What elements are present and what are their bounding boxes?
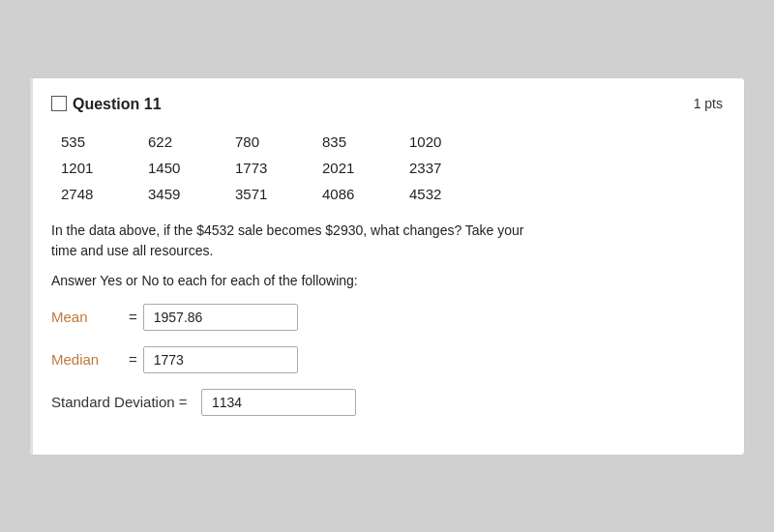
data-cell: 535 [61,131,148,153]
median-row: Median = [51,346,723,373]
checkbox-icon[interactable] [51,96,67,111]
data-cell: 3571 [235,183,322,205]
answer-prompt: Answer Yes or No to each for each of the… [51,273,723,288]
std-row: Standard Deviation = [51,389,723,416]
left-divider [30,78,33,455]
std-input[interactable] [201,389,356,416]
card-header: Question 11 1 pts [51,96,723,113]
data-cell: 2021 [322,157,409,179]
data-cell: 1773 [235,157,322,179]
median-input[interactable] [143,346,298,373]
data-cell: 2337 [409,157,496,179]
data-cell: 1020 [409,131,496,153]
question-card: Question 11 1 pts 535 622 780 835 1020 1… [29,77,745,456]
data-cell: 780 [235,131,322,153]
data-grid: 535 622 780 835 1020 1201 1450 1773 2021… [61,131,723,205]
question-title: Question 11 [73,96,162,113]
description-text: In the data above, if the $4532 sale bec… [51,221,723,261]
data-cell: 2748 [61,183,148,205]
data-cell: 1201 [61,157,148,179]
data-cell: 4086 [322,183,409,205]
mean-row: Mean = [51,304,723,331]
median-label: Median [51,351,129,368]
median-equals: = [129,351,137,368]
data-cell: 835 [322,131,409,153]
mean-equals: = [129,309,137,325]
data-cell: 4532 [409,183,496,205]
data-cell: 1450 [148,157,235,179]
std-label: Standard Deviation = [51,394,201,410]
data-cell: 622 [148,131,235,153]
mean-input[interactable] [143,304,298,331]
data-cell: 3459 [148,183,235,205]
mean-label: Mean [51,309,129,325]
points-badge: 1 pts [694,96,723,111]
